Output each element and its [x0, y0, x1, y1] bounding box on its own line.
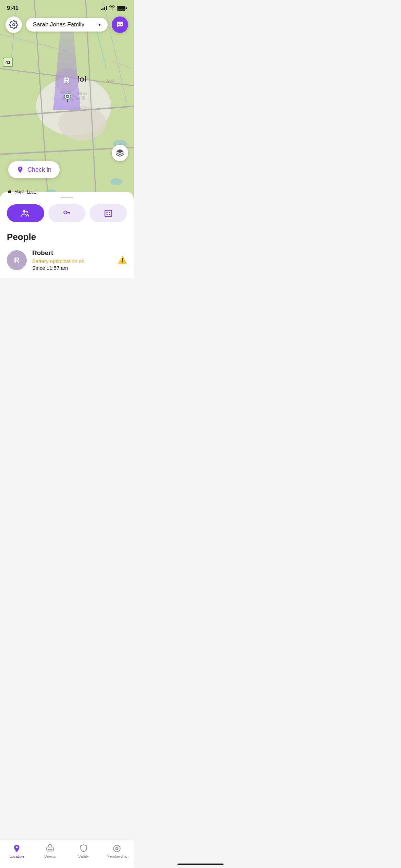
svg-point-34: [121, 24, 122, 25]
tab-safety[interactable]: [48, 204, 86, 222]
map-attribution: Maps Legal: [7, 189, 36, 194]
signal-icon: [101, 6, 107, 10]
bottom-sheet: People R Robert Battery optimization on …: [0, 192, 134, 278]
svg-text:SH-1: SH-1: [106, 79, 115, 83]
gear-icon: [9, 20, 18, 29]
user-marker: R: [55, 69, 79, 93]
battery-status: Battery optimization on: [32, 258, 112, 264]
layers-icon: [116, 149, 124, 157]
family-name: Sarah Jonas Family: [33, 21, 95, 28]
svg-point-36: [26, 211, 28, 213]
key-icon: [62, 209, 71, 218]
svg-rect-41: [105, 210, 112, 216]
road-sign-41: 41: [3, 58, 13, 67]
svg-rect-22: [83, 93, 87, 95]
chevron-down-icon: ▾: [98, 22, 101, 27]
check-in-button[interactable]: Check in: [8, 161, 60, 178]
legal-link[interactable]: Legal: [27, 190, 36, 194]
avatar-marker: R: [55, 69, 79, 93]
svg-rect-42: [106, 212, 107, 213]
svg-point-30: [67, 96, 68, 97]
svg-point-33: [120, 24, 120, 25]
svg-rect-43: [109, 212, 110, 213]
building-icon: [104, 209, 113, 218]
svg-point-37: [64, 211, 67, 214]
drag-handle[interactable]: [61, 197, 73, 198]
status-time: 9:41: [7, 5, 19, 12]
person-card-robert[interactable]: R Robert Battery optimization on Since 1…: [7, 249, 127, 278]
top-bar: Sarah Jonas Family ▾: [0, 16, 134, 33]
wifi-icon: [109, 5, 115, 11]
battery-icon: [117, 6, 127, 11]
status-bar: 9:41: [0, 0, 134, 14]
warning-icon: ⚠️: [118, 256, 127, 265]
svg-point-31: [13, 24, 15, 26]
maps-label: Maps: [14, 189, 24, 194]
person-name: Robert: [32, 249, 112, 257]
svg-point-16: [110, 178, 123, 185]
messages-icon: [116, 21, 124, 29]
category-tabs: [7, 204, 127, 222]
svg-rect-45: [109, 214, 110, 215]
map-area: SH-1 R lol: [0, 0, 134, 199]
svg-rect-44: [106, 214, 107, 215]
avatar: R: [7, 250, 27, 270]
since-time: Since 11:57 am: [32, 265, 112, 271]
checkin-pin-icon: [16, 166, 24, 173]
svg-rect-27: [82, 96, 85, 100]
location-pin: [63, 93, 72, 104]
svg-point-32: [118, 24, 119, 25]
family-selector[interactable]: Sarah Jonas Family ▾: [26, 18, 108, 32]
messages-button[interactable]: [112, 16, 128, 33]
settings-button[interactable]: [5, 16, 22, 33]
svg-point-35: [23, 210, 26, 213]
apple-logo-icon: [7, 189, 12, 194]
person-info: Robert Battery optimization on Since 11:…: [32, 249, 112, 271]
map-place-label: lol: [77, 75, 86, 84]
section-title: People: [7, 232, 127, 242]
tab-places[interactable]: [89, 204, 127, 222]
layers-button[interactable]: [112, 145, 128, 161]
status-icons: [101, 5, 127, 11]
people-icon: [21, 209, 30, 218]
tab-people[interactable]: [7, 204, 44, 222]
check-in-label: Check in: [27, 166, 51, 173]
